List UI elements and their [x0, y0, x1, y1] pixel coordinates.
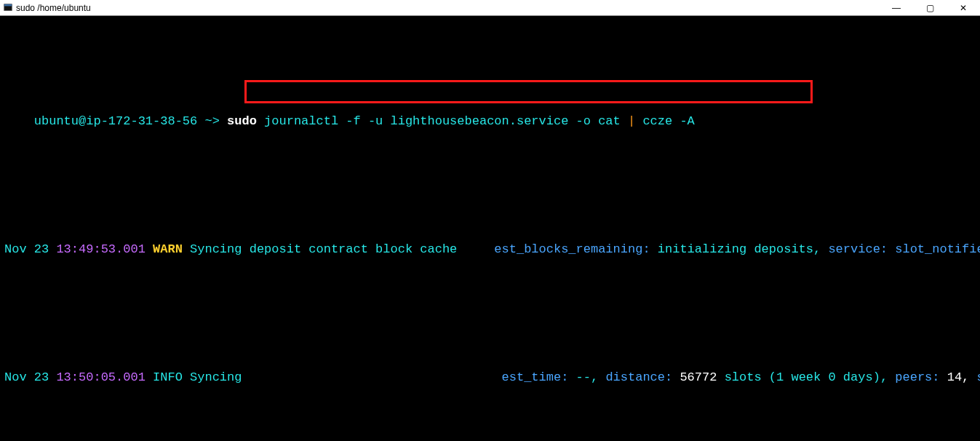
cmd-pipe: |	[628, 114, 642, 128]
cmd-journalctl: journalctl -f -u lighthousebeacon.servic…	[264, 114, 628, 128]
prompt-userhost: ubuntu@ip-172-31-38-56	[34, 114, 197, 128]
cmd-ccze: ccze -A	[642, 114, 694, 128]
cmd-sudo: sudo	[227, 114, 264, 128]
app-icon	[3, 3, 13, 13]
command-highlight-box	[244, 80, 813, 103]
terminal-output[interactable]: ubuntu@ip-172-31-38-56 ~> sudo journalct…	[0, 16, 980, 441]
prompt-line: ubuntu@ip-172-31-38-56 ~> sudo journalct…	[4, 82, 976, 146]
prompt-path: ~>	[197, 114, 227, 128]
window-titlebar: sudo /home/ubuntu — ▢ ✕	[0, 0, 980, 16]
svg-rect-1	[4, 4, 12, 6]
log-date: Nov 23	[4, 242, 56, 256]
minimize-button[interactable]: —	[880, 0, 913, 16]
kv: est_blocks_remaining:	[494, 242, 657, 256]
log-line: Nov 23 13:49:53.001 WARN Syncing deposit…	[4, 210, 976, 274]
window-title: sudo /home/ubuntu	[16, 3, 91, 13]
log-msg: Syncing deposit contract block cache	[190, 242, 457, 256]
close-button[interactable]: ✕	[947, 0, 980, 16]
log-level: INFO	[153, 370, 190, 384]
maximize-button[interactable]: ▢	[913, 0, 947, 16]
log-level: WARN	[153, 242, 190, 256]
log-line: Nov 23 13:50:05.001 INFO Syncing est_tim…	[4, 338, 976, 402]
log-time: 13:49:53.001	[56, 242, 153, 256]
